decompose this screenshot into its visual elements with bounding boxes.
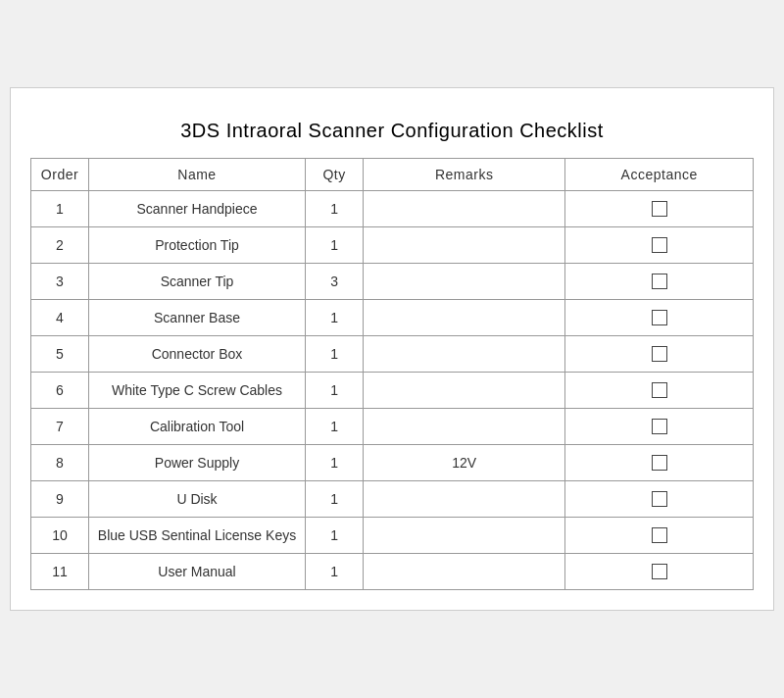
page-title: 3DS Intraoral Scanner Configuration Chec…	[30, 108, 754, 158]
acceptance-checkbox[interactable]	[652, 274, 667, 289]
cell-acceptance	[565, 409, 754, 445]
acceptance-checkbox[interactable]	[652, 201, 667, 217]
cell-order: 10	[31, 518, 89, 554]
acceptance-checkbox[interactable]	[652, 382, 667, 398]
table-row: 8Power Supply112V	[31, 445, 754, 481]
cell-remarks	[364, 518, 565, 554]
table-row: 1Scanner Handpiece1	[31, 191, 754, 227]
acceptance-checkbox[interactable]	[652, 527, 667, 543]
cell-acceptance	[565, 481, 754, 518]
cell-name: Scanner Handpiece	[88, 191, 305, 227]
cell-order: 1	[31, 191, 89, 227]
cell-name: User Manual	[88, 554, 305, 590]
acceptance-checkbox[interactable]	[652, 237, 667, 253]
cell-qty: 1	[306, 445, 364, 481]
cell-qty: 1	[306, 409, 364, 445]
table-row: 9U Disk1	[31, 481, 754, 518]
header-qty: Qty	[306, 159, 364, 191]
checklist-table: Order Name Qty Remarks Acceptance 1Scann…	[30, 158, 754, 590]
table-row: 4Scanner Base1	[31, 300, 754, 336]
acceptance-checkbox[interactable]	[652, 419, 667, 434]
acceptance-checkbox[interactable]	[652, 310, 667, 325]
cell-remarks	[364, 191, 565, 227]
cell-remarks	[364, 300, 565, 336]
cell-qty: 1	[306, 481, 364, 518]
table-row: 7Calibration Tool1	[31, 409, 754, 445]
cell-remarks	[364, 554, 565, 590]
cell-acceptance	[565, 518, 754, 554]
cell-remarks	[364, 264, 565, 300]
cell-acceptance	[565, 445, 754, 481]
checklist-container: 3DS Intraoral Scanner Configuration Chec…	[10, 87, 774, 611]
cell-remarks	[364, 409, 565, 445]
acceptance-checkbox[interactable]	[652, 455, 667, 471]
cell-order: 3	[31, 264, 89, 300]
cell-qty: 1	[306, 336, 364, 373]
cell-order: 5	[31, 336, 89, 373]
cell-order: 7	[31, 409, 89, 445]
cell-order: 2	[31, 227, 89, 264]
cell-name: White Type C Screw Cables	[88, 373, 305, 409]
cell-acceptance	[565, 227, 754, 264]
cell-qty: 1	[306, 227, 364, 264]
table-row: 10Blue USB Sentinal License Keys1	[31, 518, 754, 554]
cell-acceptance	[565, 554, 754, 590]
cell-qty: 1	[306, 191, 364, 227]
acceptance-checkbox[interactable]	[652, 564, 667, 579]
acceptance-checkbox[interactable]	[652, 346, 667, 362]
acceptance-checkbox[interactable]	[652, 491, 667, 507]
header-name: Name	[88, 159, 305, 191]
cell-remarks	[364, 373, 565, 409]
cell-name: Connector Box	[88, 336, 305, 373]
cell-acceptance	[565, 300, 754, 336]
cell-order: 11	[31, 554, 89, 590]
cell-remarks	[364, 336, 565, 373]
cell-name: Protection Tip	[88, 227, 305, 264]
cell-name: U Disk	[88, 481, 305, 518]
cell-qty: 1	[306, 554, 364, 590]
cell-order: 8	[31, 445, 89, 481]
cell-order: 9	[31, 481, 89, 518]
cell-order: 6	[31, 373, 89, 409]
table-row: 2Protection Tip1	[31, 227, 754, 264]
cell-name: Scanner Tip	[88, 264, 305, 300]
cell-qty: 1	[306, 300, 364, 336]
cell-name: Power Supply	[88, 445, 305, 481]
cell-acceptance	[565, 336, 754, 373]
header-acceptance: Acceptance	[565, 159, 754, 191]
cell-qty: 3	[306, 264, 364, 300]
cell-order: 4	[31, 300, 89, 336]
table-row: 5Connector Box1	[31, 336, 754, 373]
cell-qty: 1	[306, 518, 364, 554]
cell-acceptance	[565, 373, 754, 409]
cell-remarks	[364, 227, 565, 264]
table-row: 11User Manual1	[31, 554, 754, 590]
cell-remarks	[364, 481, 565, 518]
table-header-row: Order Name Qty Remarks Acceptance	[31, 159, 754, 191]
table-row: 6White Type C Screw Cables1	[31, 373, 754, 409]
cell-name: Scanner Base	[88, 300, 305, 336]
cell-qty: 1	[306, 373, 364, 409]
cell-acceptance	[565, 191, 754, 227]
cell-name: Calibration Tool	[88, 409, 305, 445]
header-remarks: Remarks	[364, 159, 565, 191]
table-row: 3Scanner Tip3	[31, 264, 754, 300]
header-order: Order	[31, 159, 89, 191]
cell-name: Blue USB Sentinal License Keys	[88, 518, 305, 554]
cell-remarks: 12V	[364, 445, 565, 481]
cell-acceptance	[565, 264, 754, 300]
